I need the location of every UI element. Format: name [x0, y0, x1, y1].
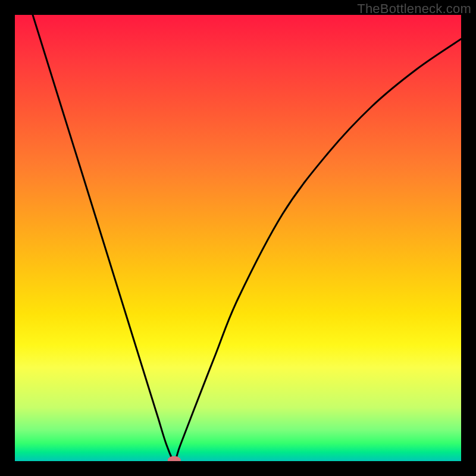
chart-svg: [15, 15, 461, 461]
watermark-text: TheBottleneck.com: [357, 1, 471, 17]
curve-path: [33, 15, 461, 461]
minimum-marker: [168, 456, 181, 462]
